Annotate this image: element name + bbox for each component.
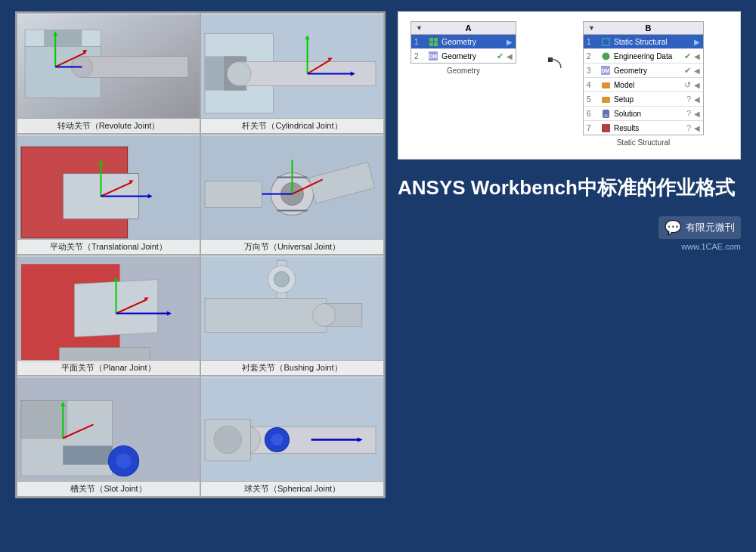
table-a-label: Geometry [411, 67, 516, 75]
table-b-row-6: 6 Solution ? ◀ [584, 107, 703, 121]
svg-rect-64 [63, 446, 112, 465]
table-b-row-4: 4 Model ↺ ◀ [584, 78, 703, 92]
dropdown-arrow-a: ▼ [416, 24, 423, 32]
planar-joint-cell: 平面关节（Planar Joint） [17, 255, 200, 376]
svg-point-60 [313, 303, 336, 326]
row-icon-results [600, 122, 611, 133]
table-a-row-2: 2 DM Geometry ✔ ◀ [411, 49, 516, 63]
bushing-joint-cell: 衬套关节（Bushing Joint） [200, 255, 384, 376]
svg-rect-82 [434, 42, 438, 46]
diagram-tables-container: ▼ A 1 Geometry ▶ [411, 21, 728, 147]
row-icon-solution [600, 108, 611, 119]
svg-rect-85 [603, 39, 609, 45]
row-num-b7: 7 [587, 124, 597, 132]
table-connector [531, 36, 568, 82]
revolute-joint-diagram [17, 14, 200, 133]
svg-rect-83 [548, 57, 553, 62]
svg-rect-88 [602, 97, 610, 103]
joint-grid: 转动关节（Revolute Joint） [17, 13, 384, 497]
row-icon-geom-b: DM [600, 65, 611, 76]
universal-joint-cell: 万向节（Universal Joint） [200, 134, 384, 255]
row-text-a-2: Geometry [442, 51, 494, 60]
arrow-b-4: ◀ [694, 81, 700, 89]
svg-rect-63 [21, 400, 67, 438]
arrow-b-7: ◀ [694, 124, 700, 132]
table-b-row-7: 7 Results ? ◀ [584, 121, 703, 135]
row-text-a-1: Geometry [442, 37, 503, 46]
table-b-header: ▼ B [584, 22, 703, 35]
row-num-b6: 6 [587, 110, 597, 118]
cylindrical-joint-cell: 杆关节（Cylindrical Joint） [200, 13, 384, 134]
row-num-b5: 5 [587, 95, 597, 104]
row-text-b-1: Static Structural [614, 38, 691, 46]
table-a-row-1: 1 Geometry ▶ [411, 35, 516, 49]
question-b-7: ? [686, 123, 691, 132]
svg-rect-3 [44, 29, 82, 46]
table-b: ▼ B 1 Static Structural ▶ [583, 21, 704, 135]
question-b-6: ? [686, 109, 691, 118]
spherical-joint-diagram [201, 377, 383, 496]
row-num-b4: 4 [587, 81, 597, 89]
connector-svg [534, 36, 565, 82]
table-b-row-2: 2 Engineering Data ✔ ◀ [584, 49, 703, 64]
revolute-label: 转动关节（Revolute Joint） [17, 118, 200, 133]
cylindrical-joint-diagram [201, 14, 383, 133]
svg-point-86 [602, 52, 609, 60]
arrow-b-6: ◀ [694, 110, 700, 118]
svg-rect-90 [604, 114, 608, 117]
table-b-row-3: 3 DM Geometry ✔ ◀ [584, 64, 703, 78]
table-b-row-5: 5 Setup ? ◀ [584, 92, 703, 107]
planar-joint-diagram [17, 256, 200, 375]
translational-joint-diagram [17, 135, 200, 254]
watermark-area: 💬 有限元微刊 www.1CAE.com [398, 216, 741, 251]
spherical-label: 球关节（Spherical Joint） [201, 481, 383, 496]
svg-point-16 [227, 61, 251, 85]
row-icon-geometry [428, 36, 438, 47]
svg-point-74 [214, 426, 241, 453]
svg-rect-87 [602, 82, 610, 88]
revolute-joint-cell: 转动关节（Revolute Joint） [17, 13, 200, 134]
row-text-b-6: Solution [614, 110, 683, 118]
spherical-joint-cell: 球关节（Spherical Joint） [200, 376, 384, 497]
row-arrow-a-1: ▶ [507, 38, 513, 46]
row-icon-engdata [600, 51, 611, 61]
row-text-b-7: Results [614, 124, 683, 132]
dropdown-arrow-b: ▼ [588, 24, 595, 32]
table-a: ▼ A 1 Geometry ▶ [411, 21, 516, 64]
row-text-b-4: Model [614, 81, 681, 89]
wechat-label: 有限元微刊 [686, 221, 735, 234]
check-b-2: ✔ [684, 51, 691, 61]
wechat-badge: 💬 有限元微刊 [658, 216, 741, 239]
arrow-a-2: ◀ [507, 52, 513, 60]
table-b-col-label: B [598, 23, 699, 33]
wechat-icon: 💬 [665, 219, 681, 236]
workbench-diagram: ▼ A 1 Geometry ▶ [398, 11, 741, 160]
row-num-b2: 2 [587, 52, 597, 60]
main-title: ANSYS Workbench中标准的作业格式 [398, 169, 741, 207]
arrow-b-3: ◀ [694, 67, 700, 75]
arrow-b-1: ▶ [694, 38, 700, 46]
row-text-b-2: Engineering Data [614, 52, 681, 60]
row-icon-dm: DM [428, 51, 438, 61]
joint-grid-panel: 转动关节（Revolute Joint） [15, 11, 386, 498]
cylindrical-label: 杆关节（Cylindrical Joint） [201, 118, 383, 133]
slot-joint-diagram [17, 377, 200, 496]
arrow-b-5: ◀ [694, 95, 700, 104]
row-icon-setup [600, 94, 611, 104]
row-icon-static [600, 36, 611, 47]
table-a-col-label: A [426, 23, 511, 33]
row-icon-model [600, 79, 611, 90]
row-num-2: 2 [414, 52, 425, 60]
svg-rect-80 [434, 38, 438, 42]
check-a-2: ✔ [497, 51, 503, 61]
website-url: www.1CAE.com [681, 242, 741, 251]
table-b-row-1: 1 Static Structural ▶ [584, 35, 703, 49]
table-a-header: ▼ A [411, 22, 516, 35]
question-b-5: ? [686, 95, 691, 104]
bushing-label: 衬套关节（Bushing Joint） [201, 360, 383, 375]
right-panel: ▼ A 1 Geometry ▶ [398, 11, 741, 251]
svg-rect-91 [602, 124, 610, 132]
svg-rect-35 [205, 181, 262, 207]
slot-joint-cell: 槽关节（Slot Joint） [17, 376, 200, 497]
table-a-container: ▼ A 1 Geometry ▶ [411, 21, 516, 75]
